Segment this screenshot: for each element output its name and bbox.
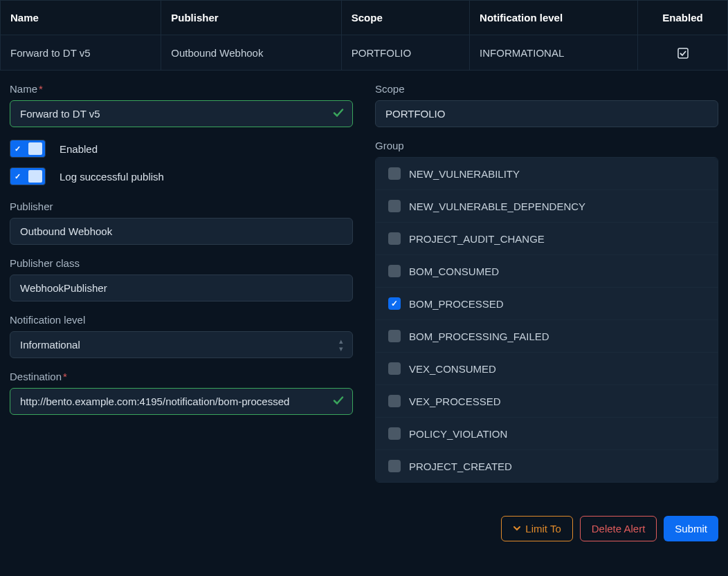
notification-level-select[interactable]: Informational [10, 331, 353, 358]
group-list: NEW_VULNERABILITYNEW_VULNERABLE_DEPENDEN… [375, 157, 718, 483]
limit-to-button[interactable]: Limit To [501, 516, 572, 541]
group-item-vex_consumed[interactable]: VEX_CONSUMED [376, 353, 718, 385]
group-item-policy_violation[interactable]: POLICY_VIOLATION [376, 418, 718, 450]
limit-to-label: Limit To [525, 523, 561, 535]
log-publish-toggle-label: Log successful publish [60, 171, 164, 183]
notification-level-label: Notification level [10, 314, 353, 326]
submit-button[interactable]: Submit [664, 516, 718, 541]
checkbox-icon [388, 265, 401, 277]
enabled-toggle-label: Enabled [60, 143, 98, 155]
group-item-label: BOM_PROCESSING_FAILED [409, 331, 549, 342]
group-item-project_audit_change[interactable]: PROJECT_AUDIT_CHANGE [376, 223, 718, 255]
checkbox-checked-icon [677, 46, 689, 58]
checkbox-icon [388, 330, 401, 342]
group-item-new_vulnerable_dependency[interactable]: NEW_VULNERABLE_DEPENDENCY [376, 190, 718, 223]
checkbox-icon [388, 297, 401, 310]
publisher-input[interactable] [10, 218, 353, 245]
group-item-label: BOM_PROCESSED [409, 298, 504, 310]
group-item-label: VEX_PROCESSED [409, 396, 501, 407]
check-icon: ✓ [15, 172, 21, 181]
group-item-label: BOM_CONSUMED [409, 266, 499, 277]
check-icon [332, 106, 345, 121]
cell-level: INFORMATIONAL [470, 35, 638, 71]
col-enabled[interactable]: Enabled [638, 1, 728, 35]
cell-name: Forward to DT v5 [1, 35, 161, 71]
group-item-label: PROJECT_AUDIT_CHANGE [409, 233, 545, 245]
scope-input[interactable] [375, 100, 718, 127]
cell-scope: PORTFOLIO [341, 35, 469, 71]
check-icon [332, 394, 345, 409]
checkbox-icon [388, 167, 401, 180]
check-icon: ✓ [15, 145, 21, 154]
group-item-bom_processing_failed[interactable]: BOM_PROCESSING_FAILED [376, 320, 718, 353]
log-publish-toggle[interactable]: ✓ [10, 167, 46, 185]
group-item-label: NEW_VULNERABILITY [409, 168, 520, 180]
checkbox-icon [388, 200, 401, 212]
right-column: Scope Group NEW_VULNERABILITYNEW_VULNERA… [375, 83, 718, 495]
name-label: Name* [10, 83, 353, 95]
checkbox-icon [388, 427, 401, 440]
name-input[interactable] [10, 100, 353, 127]
destination-label: Destination* [10, 371, 353, 382]
alerts-table: Name Publisher Scope Notification level … [0, 0, 728, 71]
group-item-label: PROJECT_CREATED [409, 461, 512, 472]
group-item-vex_processed[interactable]: VEX_PROCESSED [376, 385, 718, 418]
cell-enabled [638, 35, 728, 71]
publisher-label: Publisher [10, 201, 353, 212]
chevron-down-icon [513, 523, 521, 535]
required-asterisk: * [39, 83, 43, 95]
delete-alert-button[interactable]: Delete Alert [580, 516, 657, 541]
group-item-bom_consumed[interactable]: BOM_CONSUMED [376, 255, 718, 288]
svg-rect-0 [678, 48, 688, 58]
left-column: Name* ✓ Enabled ✓ Log successful publish [10, 83, 353, 495]
col-level[interactable]: Notification level [470, 1, 638, 35]
cell-publisher: Outbound Webhook [161, 35, 341, 71]
action-bar: Limit To Delete Alert Submit [0, 505, 728, 541]
group-item-label: VEX_CONSUMED [409, 363, 496, 375]
group-label: Group [375, 140, 718, 151]
group-item-label: NEW_VULNERABLE_DEPENDENCY [409, 201, 585, 212]
destination-input[interactable] [10, 388, 353, 415]
group-item-bom_processed[interactable]: BOM_PROCESSED [376, 288, 718, 320]
publisher-class-label: Publisher class [10, 257, 353, 269]
col-scope[interactable]: Scope [341, 1, 469, 35]
required-asterisk: * [63, 371, 67, 382]
checkbox-icon [388, 395, 401, 407]
col-name[interactable]: Name [1, 1, 161, 35]
group-item-new_vulnerability[interactable]: NEW_VULNERABILITY [376, 158, 718, 190]
scope-label: Scope [375, 83, 718, 95]
checkbox-icon [388, 460, 401, 472]
checkbox-icon [388, 362, 401, 375]
col-publisher[interactable]: Publisher [161, 1, 341, 35]
checkbox-icon [388, 232, 401, 245]
enabled-toggle[interactable]: ✓ [10, 140, 46, 158]
table-row[interactable]: Forward to DT v5 Outbound Webhook PORTFO… [1, 35, 728, 71]
group-item-label: POLICY_VIOLATION [409, 428, 507, 440]
group-item-project_created[interactable]: PROJECT_CREATED [376, 450, 718, 482]
publisher-class-input[interactable] [10, 275, 353, 301]
